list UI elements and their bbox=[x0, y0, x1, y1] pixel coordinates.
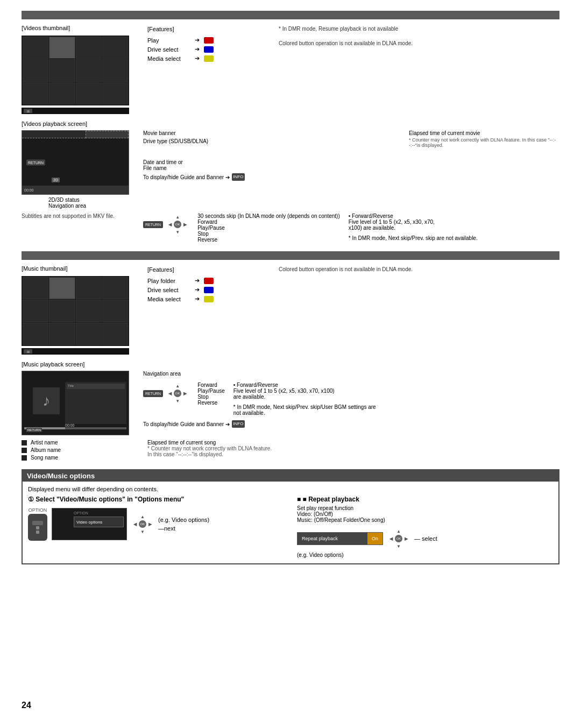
page-number: 24 bbox=[22, 701, 31, 710]
album-row: Album name bbox=[22, 447, 134, 453]
s-ok-btn[interactable]: OK bbox=[395, 535, 402, 542]
music-media-row: Media select ➔ bbox=[147, 295, 266, 302]
music-display-guide-row: To display/hide Guide and Banner ➔ INFO bbox=[143, 420, 559, 428]
music-features-label: [Features] bbox=[147, 266, 266, 273]
music-forward-reverse-note: • Forward/Reverse Five level of 1 to 5 (… bbox=[233, 382, 384, 400]
nav-pad-select: ▲ ◀ OK ▶ ▼ bbox=[387, 527, 410, 550]
screen-info-bar: 00:00 bbox=[22, 186, 129, 194]
yellow-button-music-media[interactable] bbox=[204, 296, 214, 302]
music-drive-row: Drive select ➔ bbox=[147, 286, 266, 293]
m-nav-down[interactable]: ▼ bbox=[174, 397, 181, 405]
nav-empty-tr bbox=[181, 213, 189, 221]
options-content-row: ① Select "Video/Music options" in "Optio… bbox=[28, 496, 553, 558]
nav-up-v[interactable]: ▲ bbox=[174, 213, 181, 221]
file-name-label: File name bbox=[143, 165, 559, 171]
m-nav-left[interactable]: ◀ bbox=[166, 390, 174, 397]
music-elapsed-label: Elapsed time of current song bbox=[147, 440, 272, 446]
music-nav-area-label: Navigation area bbox=[143, 371, 181, 377]
music-info-button[interactable]: INFO bbox=[232, 420, 245, 428]
nav-pad-videos: ▲ ◀ OK ▶ ▼ bbox=[166, 213, 189, 236]
music-return-btn[interactable]: RETURN bbox=[26, 428, 42, 432]
s-nav-empty-br bbox=[402, 542, 410, 550]
o-nav-right[interactable]: ▶ bbox=[146, 520, 154, 528]
music-play-arrow: ➔ bbox=[195, 277, 200, 284]
music-meta-labels: Artist name Album name Song name bbox=[22, 440, 134, 461]
options-labels-col: (e.g. Video options) —next bbox=[158, 517, 209, 532]
remote-control-icon bbox=[28, 514, 47, 541]
return-button[interactable]: RETURN bbox=[26, 160, 45, 166]
option-remote-col: OPTION bbox=[28, 507, 47, 541]
play-pause-label-v: Play/Pause bbox=[197, 225, 340, 231]
elapsed-time-label: Elapsed time of current movie bbox=[409, 130, 559, 136]
remote-screen bbox=[32, 521, 43, 525]
s-nav-right[interactable]: ▶ bbox=[402, 535, 410, 542]
ok-btn-v[interactable]: OK bbox=[174, 221, 181, 228]
m-thumb-9 bbox=[23, 323, 48, 345]
song-row: Song name bbox=[22, 455, 134, 461]
elapsed-col: Elapsed time of current movie * Counter … bbox=[409, 130, 559, 148]
2d3d-status-label: 2D/3D status bbox=[48, 197, 134, 203]
o-ok-btn[interactable]: OK bbox=[139, 520, 146, 528]
m-nav-right[interactable]: ▶ bbox=[181, 390, 189, 397]
o-nav-left[interactable]: ◀ bbox=[131, 520, 139, 528]
music-dlna-note: Colored button operation is not availabl… bbox=[279, 266, 559, 272]
videos-playback-bottom: Subtitles are not supported in MKV file.… bbox=[22, 213, 559, 243]
nav-down-v[interactable]: ▼ bbox=[174, 228, 181, 236]
m-thumb-12 bbox=[102, 323, 128, 345]
music-media-label: Media select bbox=[147, 296, 190, 302]
o-nav-up[interactable]: ▲ bbox=[139, 513, 146, 520]
music-play-folder-row: Play folder ➔ bbox=[147, 277, 266, 284]
o-nav-empty-br bbox=[146, 528, 154, 535]
counter-note: * Counter may not work correctly with DL… bbox=[409, 137, 559, 148]
video-options-box: Video options bbox=[74, 517, 124, 527]
album-color-sq bbox=[22, 448, 27, 453]
nav-right-v[interactable]: ▶ bbox=[181, 221, 189, 228]
videos-play-label: Play bbox=[147, 37, 190, 44]
music-return-btn-small[interactable]: RETURN bbox=[143, 390, 163, 397]
subtitles-note-wrapper: Subtitles are not supported in MKV file. bbox=[22, 213, 134, 243]
nav-left-v[interactable]: ◀ bbox=[166, 221, 174, 228]
stop-label-v: Stop bbox=[197, 231, 340, 237]
thumb-icon: ⊞ bbox=[24, 109, 32, 113]
select-label: — select bbox=[414, 535, 437, 542]
m-ok-btn[interactable]: OK bbox=[174, 390, 181, 397]
s-nav-up[interactable]: ▲ bbox=[395, 527, 402, 535]
m-thumb-3 bbox=[76, 277, 102, 299]
nav-pad-music: ▲ ◀ OK ▶ ▼ bbox=[166, 382, 189, 405]
music-play-pause-label: Play/Pause bbox=[197, 388, 225, 394]
videos-top-row: [Videos thumbnail] ⊞ [Featu bbox=[22, 25, 559, 114]
repeat-visual-row: Repeat playback On ▲ ◀ OK ▶ ▼ bbox=[297, 527, 553, 550]
music-bottom-info: Artist name Album name Song name Elapsed… bbox=[22, 440, 559, 461]
artist-color-sq bbox=[22, 440, 27, 446]
blue-button-drive[interactable] bbox=[204, 46, 214, 53]
red-button-play[interactable] bbox=[204, 37, 214, 44]
videos-play-arrow: ➔ bbox=[195, 37, 200, 44]
yellow-button-media[interactable] bbox=[204, 55, 214, 62]
music-play-folder-label: Play folder bbox=[147, 278, 190, 284]
m-thumb-2 bbox=[49, 277, 75, 299]
videos-playback-section: [Videos playback screen] RETURN 2D 00:00 bbox=[22, 121, 559, 243]
info-button[interactable]: INFO bbox=[232, 173, 245, 181]
s-nav-down[interactable]: ▼ bbox=[395, 542, 402, 550]
thumb-cell-1 bbox=[23, 37, 48, 59]
music-media-arrow: ➔ bbox=[195, 295, 200, 302]
o-nav-down[interactable]: ▼ bbox=[139, 528, 146, 535]
music-time-display: 00:00 bbox=[65, 423, 75, 427]
thumb-cell-7 bbox=[76, 59, 102, 81]
repeat-on-value: On bbox=[367, 533, 382, 545]
music-playback-label: [Music playback screen] bbox=[22, 361, 559, 367]
m-thumb-5 bbox=[23, 300, 48, 322]
music-thumbnail-grid bbox=[22, 276, 129, 346]
red-button-music[interactable] bbox=[204, 278, 214, 284]
s-nav-left[interactable]: ◀ bbox=[387, 535, 395, 542]
blue-button-music[interactable] bbox=[204, 287, 214, 293]
m-nav-up[interactable]: ▲ bbox=[174, 382, 181, 390]
thumb-cell-8 bbox=[102, 59, 128, 81]
m-nav-empty-tl bbox=[166, 382, 174, 390]
music-section-bar bbox=[22, 251, 559, 260]
thumb-cell-2 bbox=[49, 37, 75, 59]
movie-banner-label: Movie banner bbox=[143, 130, 176, 136]
videos-drive-label: Drive select bbox=[147, 46, 190, 53]
repeat-icon: ■ bbox=[297, 496, 303, 503]
return-btn-small[interactable]: RETURN bbox=[143, 221, 163, 228]
